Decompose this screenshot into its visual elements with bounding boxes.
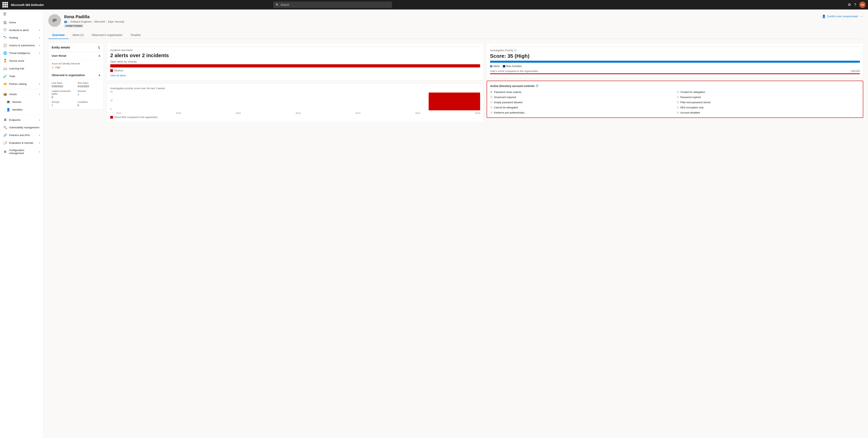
observed-chevron: ∧ bbox=[98, 73, 100, 77]
sidebar-label-identities: Identities bbox=[12, 108, 23, 111]
chevron-icon: ∨ bbox=[39, 44, 40, 46]
layout: ☰ 🏠 Home 🛡 Incidents & alerts ∨ 🔭 Huntin… bbox=[0, 9, 868, 438]
user-threat-section-header[interactable]: User threat ∧ bbox=[49, 52, 103, 60]
chart-bar-6 bbox=[429, 93, 480, 110]
xaxis-label: 05/16 bbox=[116, 112, 121, 114]
tab-timeline[interactable]: Timeline bbox=[126, 31, 145, 39]
sidebar-item-endpoints[interactable]: 🖥 Endpoints ∧ bbox=[0, 116, 43, 124]
sidebar-item-identities[interactable]: 👤 Identities bbox=[0, 106, 43, 113]
chevron-icon: ∨ bbox=[39, 142, 40, 144]
sidebar-item-actions[interactable]: 📋 Actions & submissions ∨ bbox=[0, 41, 43, 49]
sidebar-item-devices[interactable]: 💻 Devices bbox=[0, 98, 43, 106]
sidebar-item-threat-intel[interactable]: 🌐 Threat intelligence ∨ bbox=[0, 49, 43, 57]
chevron-icon: ∨ bbox=[39, 37, 40, 39]
score-compare: User's score compared to the organizatio… bbox=[490, 70, 860, 73]
chevron-icon: ∨ bbox=[39, 52, 40, 54]
assets-icon: 📦 bbox=[3, 92, 7, 96]
sidebar-label-assets: Assets bbox=[9, 93, 17, 96]
ad-item-7: ⊖DES encryption only bbox=[677, 106, 860, 109]
devices-field: Devices 3 bbox=[78, 90, 100, 99]
priority-info-icon[interactable]: ⓘ bbox=[514, 49, 517, 52]
sidebar-item-partner-catalog[interactable]: 🤝 Partner catalog ∨ bbox=[0, 80, 43, 88]
settings-icon[interactable]: ⚙ bbox=[848, 3, 851, 7]
devices-value[interactable]: 3 bbox=[78, 93, 100, 96]
entity-panel: Entity details ❮ User threat ∧ Azure AD … bbox=[48, 43, 104, 109]
ad-item-9: ⊖Account disabled bbox=[677, 111, 860, 114]
user-avatar-topbar[interactable]: TA bbox=[859, 2, 866, 8]
chevron-icon: ∨ bbox=[39, 151, 40, 153]
confirm-compromised-button[interactable]: 👤 Confirm user compromised bbox=[822, 14, 858, 18]
sidebar-item-incidents[interactable]: 🛡 Incidents & alerts ∨ bbox=[0, 26, 43, 34]
incidents-summary: 2 alerts over 2 incidents bbox=[110, 53, 480, 59]
avatar: IP bbox=[48, 14, 61, 27]
sidebar-label-learning-hub: Learning hub bbox=[9, 67, 24, 70]
sidebar-toggle[interactable]: ☰ bbox=[0, 9, 43, 19]
devices-label: Devices bbox=[78, 90, 100, 93]
medium-legend-label: Medium bbox=[114, 69, 123, 72]
ad-item-label: Empty password allowed bbox=[494, 101, 523, 104]
entity-panel-collapse[interactable]: ❮ bbox=[98, 45, 100, 49]
tab-observed[interactable]: Observed in organization bbox=[88, 31, 126, 39]
compare-label: User's score compared to the organizatio… bbox=[490, 70, 538, 73]
sidebar-item-hunting[interactable]: 🔭 Hunting ∨ bbox=[0, 34, 43, 41]
search-input[interactable] bbox=[280, 3, 390, 6]
view-all-alerts-link[interactable]: View all alerts bbox=[110, 74, 126, 77]
investigation-priority-card: Investigation Priority ⓘ Score: 35 (High… bbox=[487, 43, 863, 77]
tab-alerts[interactable]: Alerts (2) bbox=[68, 31, 88, 39]
sidebar: ☰ 🏠 Home 🛡 Incidents & alerts ∨ 🔭 Huntin… bbox=[0, 9, 43, 438]
ad-status-icon: ⊖ bbox=[677, 111, 679, 114]
chart-xaxis: 05/1605/1805/2005/2205/2405/2605/28 bbox=[116, 112, 480, 114]
risk-legend-label: Risk Activities bbox=[506, 65, 522, 68]
confirm-label: Confirm user compromised bbox=[827, 15, 858, 18]
chevron-icon: ∨ bbox=[39, 83, 40, 85]
ad-item-label: Cannot be delegated bbox=[494, 106, 518, 109]
mid-panel: Incidents and Alerts 2 alerts over 2 inc… bbox=[107, 43, 484, 122]
actions-icon: 📋 bbox=[3, 43, 7, 47]
alerts-legend-label: Alerts bbox=[493, 65, 500, 68]
locations-value: 0 bbox=[78, 104, 100, 107]
ad-info-icon[interactable]: ⓘ bbox=[536, 84, 538, 88]
risk-legend: Risk Activities bbox=[503, 65, 522, 68]
sidebar-item-trials[interactable]: 🧪 Trials bbox=[0, 72, 43, 80]
tab-overview[interactable]: Overview bbox=[48, 31, 68, 39]
observed-section-header[interactable]: Observed in organization ∧ bbox=[49, 71, 103, 79]
last-seen-field: Last Seen 5/29/2023 bbox=[52, 82, 74, 88]
groups-value[interactable]: 2 bbox=[52, 104, 74, 107]
ad-status-icon: ⊖ bbox=[490, 95, 493, 99]
y-0: 0 bbox=[110, 108, 115, 110]
ad-item-2: ⊖Smartcard required bbox=[490, 95, 674, 99]
sidebar-item-learning-hub[interactable]: 📖 Learning hub bbox=[0, 65, 43, 72]
confirm-icon: 👤 bbox=[822, 14, 826, 18]
search-bar[interactable]: 🔍 bbox=[273, 2, 392, 8]
home-icon: 🏠 bbox=[3, 21, 7, 24]
chart-yaxis: 40 20 0 bbox=[110, 91, 115, 110]
ad-item-label: Password expired bbox=[680, 96, 701, 99]
right-panel: Investigation Priority ⓘ Score: 35 (High… bbox=[487, 43, 863, 118]
help-icon[interactable]: ? bbox=[854, 3, 856, 7]
risk-level-label: Azure AD Identity risk level bbox=[52, 62, 100, 65]
sidebar-label-threat-intel: Threat intelligence bbox=[9, 52, 30, 55]
sidebar-item-partners-apis[interactable]: 🔗 Partners and APIs ∨ bbox=[0, 131, 43, 139]
sidebar-item-home[interactable]: 🏠 Home bbox=[0, 19, 43, 26]
ad-status-icon: ⊖ bbox=[677, 90, 679, 94]
risk-text: High bbox=[55, 66, 61, 69]
sidebar-item-vuln[interactable]: 🔍 Vulnerability management ∨ bbox=[0, 124, 43, 131]
entity-panel-title: Entity details bbox=[52, 46, 70, 49]
severity-legend: Medium bbox=[110, 69, 480, 72]
sidebar-item-assets[interactable]: 📦 Assets ∧ bbox=[0, 90, 43, 98]
chart-bars bbox=[116, 91, 480, 110]
sidebar-item-evaluation[interactable]: 📝 Evaluation & tutorials ∨ bbox=[0, 139, 43, 147]
sidebar-label-config: Configuration management bbox=[9, 149, 39, 155]
waffle-menu[interactable] bbox=[2, 2, 8, 7]
xaxis-label: 05/28 bbox=[475, 112, 480, 114]
entity-panel-header: Entity details ❮ bbox=[49, 43, 103, 52]
hunting-icon: 🔭 bbox=[3, 36, 7, 39]
sidebar-item-secure-score[interactable]: 🏅 Secure score bbox=[0, 57, 43, 65]
first-seen-label: First Seen bbox=[78, 82, 100, 85]
ad-controls-card: Active Directory account controls ⓘ ✔Pas… bbox=[487, 81, 863, 118]
more-options-button[interactable]: ··· bbox=[860, 14, 863, 19]
xaxis-label: 05/22 bbox=[296, 112, 301, 114]
ad-item-8: ⊖Kerberos pre-authenticatio... bbox=[490, 111, 674, 114]
sidebar-label-endpoints: Endpoints bbox=[9, 119, 21, 122]
sidebar-item-config[interactable]: ⚙ Configuration management ∨ bbox=[0, 147, 43, 157]
